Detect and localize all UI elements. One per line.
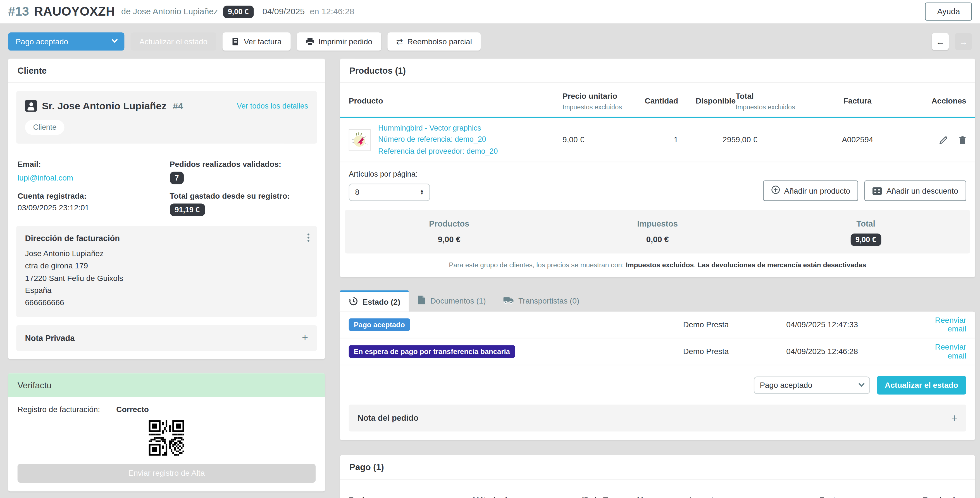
add-discount-button[interactable]: Añadir un descuento xyxy=(865,181,966,201)
product-reference-link[interactable]: Número de referencia: demo_20 xyxy=(378,135,498,145)
add-note-plus-icon[interactable]: + xyxy=(302,334,308,342)
product-available: 295 xyxy=(678,130,736,149)
email-link[interactable]: lupi@infoal.com xyxy=(18,173,73,182)
status-date: 04/09/2025 12:47:33 xyxy=(786,320,921,329)
payments-table-header: Fecha Método de pago ID de Transacción I… xyxy=(340,492,975,498)
view-invoice-label: Ver factura xyxy=(244,37,282,46)
update-status-button[interactable]: Actualizar el estado xyxy=(131,32,216,51)
col-quantity: Cantidad xyxy=(638,88,678,112)
view-invoice-button[interactable]: Ver factura xyxy=(223,32,290,51)
select-stepper-icon: ▲▼ xyxy=(420,189,424,195)
status-badge: Pago aceptado xyxy=(349,319,410,331)
billing-address-panel: Dirección de facturación Jose Antonio Lu… xyxy=(16,226,317,317)
tab-documents[interactable]: Documentos (1) xyxy=(409,290,495,312)
price-display-footnote: Para este grupo de clientes, los precios… xyxy=(340,254,975,277)
send-registration-button[interactable]: Enviar registro de Alta xyxy=(18,464,316,483)
truck-icon xyxy=(503,296,514,306)
address-line: Jose Antonio Lupiañez xyxy=(25,248,308,260)
chevron-down-icon xyxy=(858,381,864,387)
address-menu-kebab-icon[interactable] xyxy=(307,233,309,242)
status-select-toolbar-value: Pago aceptado xyxy=(16,37,113,46)
partial-refund-button[interactable]: ⇄ Reembolso parcial xyxy=(387,32,480,51)
resend-email-link[interactable]: Reenviar email xyxy=(921,343,966,360)
order-note-title: Nota del pedido xyxy=(358,414,951,423)
resend-email-link[interactable]: Reenviar email xyxy=(921,316,966,334)
product-total: 9,00 € xyxy=(736,130,811,149)
validated-orders-badge: 7 xyxy=(170,171,184,184)
address-line: 666666666 xyxy=(25,297,308,309)
verifactu-card: Verifactu Registro de facturación: Corre… xyxy=(8,373,325,492)
order-header: #13 RAUOYOXZH de Jose Antonio Lupiañez 9… xyxy=(0,0,980,24)
add-order-note-plus-icon[interactable]: + xyxy=(951,414,958,422)
customer-id: #4 xyxy=(173,100,183,111)
discount-grid-icon xyxy=(873,187,882,195)
col-total: TotalImpuestos excluidos xyxy=(736,83,811,117)
tab-carriers[interactable]: Transportistas (0) xyxy=(495,290,588,312)
status-row: Pago aceptado Demo Presta 04/09/2025 12:… xyxy=(340,312,975,338)
product-name-link[interactable]: Hummingbird - Vector graphics xyxy=(378,123,498,134)
status-update-select-value: Pago aceptado xyxy=(760,381,859,390)
page-title: #13 RAUOYOXZH de Jose Antonio Lupiañez 9… xyxy=(8,5,925,19)
summary-taxes-label: Impuestos xyxy=(553,219,762,229)
order-customer: de Jose Antonio Lupiañez xyxy=(121,7,218,16)
document-icon xyxy=(418,295,426,307)
col-total-subnote: Impuestos excluidos xyxy=(736,103,811,111)
col-method: Método de pago xyxy=(473,492,582,498)
tab-status[interactable]: Estado (2) xyxy=(340,290,409,312)
add-product-button[interactable]: Añadir un producto xyxy=(763,181,859,201)
status-author: Demo Presta xyxy=(683,320,786,329)
status-update-select[interactable]: Pago aceptado xyxy=(754,377,870,394)
col-product: Producto xyxy=(349,88,563,112)
status-badge: En espera de pago por transferencia banc… xyxy=(349,346,515,358)
history-icon xyxy=(349,296,358,308)
order-number: #13 xyxy=(8,5,29,19)
update-status-button[interactable]: Actualizar el estado xyxy=(877,376,966,395)
exchange-arrows-icon: ⇄ xyxy=(396,38,403,44)
private-note-panel: Nota Privada + xyxy=(16,325,317,351)
order-time: en 12:46:28 xyxy=(310,7,355,16)
verifactu-card-title: Verifactu xyxy=(8,373,325,397)
add-discount-label: Añadir un descuento xyxy=(886,186,958,195)
arrow-right-icon: → xyxy=(959,36,968,47)
help-button[interactable]: Ayuda xyxy=(925,3,972,21)
customer-name: Sr. Jose Antonio Lupiañez xyxy=(42,100,167,111)
summary-products-value: 9,00 € xyxy=(345,235,553,244)
products-card-title: Productos (1) xyxy=(340,59,975,83)
address-line: España xyxy=(25,285,308,297)
col-unit-price-subnote: Impuestos excluidos xyxy=(563,103,638,111)
add-product-label: Añadir un producto xyxy=(784,186,850,195)
order-note-panel: Nota del pedido + xyxy=(349,405,966,431)
arrow-left-icon: ← xyxy=(936,36,945,47)
product-supplier-reference-link[interactable]: Referencia del proveedor: demo_20 xyxy=(378,146,498,157)
customer-card: Cliente Sr. Jose Antonio Lupiañez #4 Ver… xyxy=(8,59,325,359)
address-line: 17220 Sant Feliu de Guixols xyxy=(25,273,308,285)
order-date: 04/09/2025 xyxy=(262,7,305,16)
status-date: 04/09/2025 12:46:28 xyxy=(786,347,921,356)
address-line: ctra de girona 179 xyxy=(25,260,308,273)
col-transaction-id: ID de Transacción xyxy=(582,492,689,498)
status-select-toolbar[interactable]: Pago aceptado xyxy=(8,32,124,51)
items-per-page-label: Artículos por página: xyxy=(349,170,430,179)
product-unit-price: 9,00 € xyxy=(563,130,638,149)
order-tabs: Estado (2) Documentos (1) Transportistas… xyxy=(340,290,975,312)
edit-pencil-icon[interactable] xyxy=(940,136,948,144)
delete-trash-icon[interactable] xyxy=(959,136,966,144)
registered-value: 03/09/2025 23:12:01 xyxy=(18,204,164,212)
next-order-button[interactable]: → xyxy=(955,33,972,50)
order-totals-summary: Productos 9,00 € Impuestos 0,00 € Total … xyxy=(345,210,970,254)
total-spent-label: Total gastado desde su registro: xyxy=(170,192,316,200)
view-all-details-link[interactable]: Ver todos los detalles xyxy=(237,102,308,110)
tab-carriers-label: Transportistas (0) xyxy=(519,297,579,305)
col-invoice: Factura xyxy=(811,88,905,112)
billing-address-title: Dirección de facturación xyxy=(25,233,308,243)
products-card: Productos (1) Producto Precio unitarioIm… xyxy=(340,59,975,277)
items-per-page-select[interactable]: 8 ▲▼ xyxy=(349,184,430,201)
invoice-icon xyxy=(231,37,239,46)
prev-order-button[interactable]: ← xyxy=(932,33,949,50)
product-thumbnail xyxy=(349,129,371,151)
order-reference: RAUOYOXZH xyxy=(34,5,115,19)
customer-card-title: Cliente xyxy=(8,59,325,83)
status-tab-panel: Pago aceptado Demo Presta 04/09/2025 12:… xyxy=(340,312,975,440)
products-table-header: Producto Precio unitarioImpuestos exclui… xyxy=(340,83,975,118)
print-order-button[interactable]: Imprimir pedido xyxy=(297,32,381,51)
